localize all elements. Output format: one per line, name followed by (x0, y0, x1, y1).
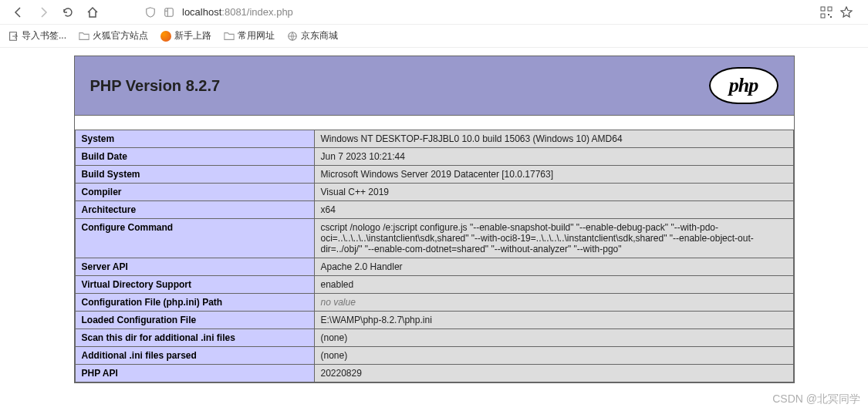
info-key: Configuration File (php.ini) Path (75, 294, 314, 312)
qr-icon[interactable] (820, 6, 833, 19)
table-row: Scan this dir for additional .ini files(… (75, 329, 793, 347)
svg-rect-2 (828, 7, 832, 11)
bookmarks-bar: 导入书签... 火狐官方站点新手上路常用网址京东商城 (0, 25, 868, 48)
info-value: E:\WAMP\php-8.2.7\php.ini (314, 312, 793, 329)
folder-icon (224, 31, 235, 42)
phpinfo-header: PHP Version 8.2.7 php (75, 56, 794, 116)
info-value: (none) (314, 329, 793, 347)
bookmark-label: 京东商城 (301, 29, 338, 42)
info-key: Architecture (75, 201, 314, 219)
home-button[interactable] (82, 2, 103, 23)
svg-rect-1 (821, 7, 825, 11)
table-row: Configuration File (php.ini) Pathno valu… (75, 294, 793, 312)
forward-button[interactable] (32, 2, 54, 23)
import-bookmarks-button[interactable]: 导入书签... (8, 29, 66, 42)
info-value: enabled (314, 276, 793, 294)
info-key: System (75, 130, 314, 148)
bookmark-item[interactable]: 常用网址 (224, 29, 275, 42)
info-value: x64 (314, 201, 793, 219)
info-key: Build System (75, 166, 314, 184)
svg-rect-5 (830, 16, 832, 18)
phpinfo-table: SystemWindows NT DESKTOP-FJ8JBL0 10.0 bu… (75, 130, 794, 382)
table-row: CompilerVisual C++ 2019 (75, 184, 793, 201)
table-row: Server APIApache 2.0 Handler (75, 258, 793, 276)
import-label: 导入书签... (22, 29, 66, 42)
info-value: Jun 7 2023 10:21:44 (314, 148, 793, 166)
page-content: PHP Version 8.2.7 php SystemWindows NT D… (0, 48, 868, 383)
phpinfo-container: PHP Version 8.2.7 php SystemWindows NT D… (74, 56, 795, 383)
svg-rect-0 (165, 8, 174, 16)
info-value: Windows NT DESKTOP-FJ8JBL0 10.0 build 15… (314, 130, 793, 148)
info-value: Apache 2.0 Handler (314, 258, 793, 276)
info-key: PHP API (75, 365, 314, 382)
info-value: Microsoft Windows Server 2019 Datacenter… (314, 166, 793, 184)
import-icon (8, 31, 19, 42)
info-key: Configure Command (75, 219, 314, 258)
info-value: Visual C++ 2019 (314, 184, 793, 201)
page-title: PHP Version 8.2.7 (90, 77, 221, 95)
shield-icon (145, 7, 156, 18)
bookmark-item[interactable]: 火狐官方站点 (79, 29, 148, 42)
info-key: Virtual Directory Support (75, 276, 314, 294)
bookmark-item[interactable]: 京东商城 (287, 29, 338, 42)
page-info-icon[interactable] (164, 7, 174, 18)
info-key: Server API (75, 258, 314, 276)
bookmark-label: 新手上路 (174, 29, 211, 42)
info-value: no value (314, 294, 793, 312)
svg-rect-4 (828, 14, 829, 15)
globe-icon (287, 31, 298, 42)
table-row: Loaded Configuration FileE:\WAMP\php-8.2… (75, 312, 793, 329)
info-key: Additional .ini files parsed (75, 347, 314, 365)
table-row: Virtual Directory Supportenabled (75, 276, 793, 294)
info-key: Loaded Configuration File (75, 312, 314, 329)
firefox-icon (160, 31, 171, 42)
back-button[interactable] (8, 2, 29, 23)
table-row: Build SystemMicrosoft Windows Server 201… (75, 166, 793, 184)
table-row: Configure Commandcscript /nologo /e:jscr… (75, 219, 793, 258)
info-key: Build Date (75, 148, 314, 166)
table-row: Architecturex64 (75, 201, 793, 219)
bookmark-star-icon[interactable] (840, 6, 853, 19)
table-row: SystemWindows NT DESKTOP-FJ8JBL0 10.0 bu… (75, 130, 793, 148)
url-text: localhost:8081/index.php (182, 6, 293, 18)
info-value: (none) (314, 347, 793, 365)
svg-rect-3 (821, 14, 825, 18)
bookmark-label: 火狐官方站点 (93, 29, 148, 42)
table-row: Additional .ini files parsed(none) (75, 347, 793, 365)
info-key: Compiler (75, 184, 314, 201)
php-logo: php (709, 67, 778, 104)
table-row: PHP API20220829 (75, 365, 793, 382)
table-row: Build DateJun 7 2023 10:21:44 (75, 148, 793, 166)
info-key: Scan this dir for additional .ini files (75, 329, 314, 347)
url-bar[interactable]: localhost:8081/index.php (145, 2, 809, 23)
bookmark-item[interactable]: 新手上路 (160, 29, 211, 42)
info-value: cscript /nologo /e:jscript configure.js … (314, 219, 793, 258)
bookmark-label: 常用网址 (238, 29, 275, 42)
reload-button[interactable] (57, 2, 79, 23)
info-value: 20220829 (314, 365, 793, 382)
folder-icon (79, 31, 90, 42)
browser-toolbar: localhost:8081/index.php (0, 0, 868, 25)
